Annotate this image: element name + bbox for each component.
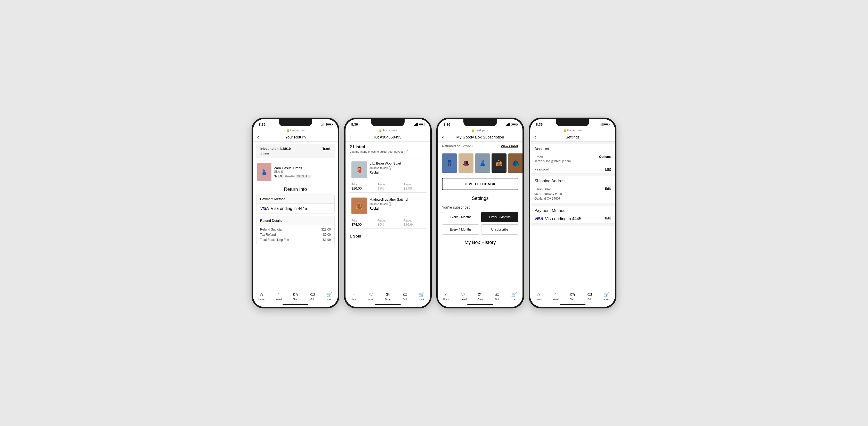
- feedback-button[interactable]: GIVE FEEDBACK: [442, 178, 518, 190]
- payment-method-content: VISA Visa ending in 4445: [256, 204, 334, 214]
- time-2: 8:36: [351, 123, 358, 126]
- every-4-months-btn[interactable]: Every 4 Months: [442, 224, 479, 235]
- url-bar-3: 🔒 thredup.com: [438, 128, 523, 133]
- nav-home-2[interactable]: ⌂Home: [345, 292, 363, 301]
- reclaim-link-1[interactable]: Reclaim: [370, 171, 401, 174]
- nav-sell-2[interactable]: 🏷Sell: [396, 292, 413, 301]
- bottom-nav-4: ⌂Home ♡Saved 🛍Shop 🏷Sell 🛒Cart: [530, 290, 615, 302]
- nav-home-3[interactable]: ⌂Home: [438, 292, 455, 301]
- info-icon-kit: ?: [405, 150, 408, 154]
- tax-refund-label: Tax Refund: [260, 233, 276, 236]
- subscription-grid: Every 2 Months Every 3 Months Every 4 Mo…: [438, 212, 523, 237]
- nav-shop-2[interactable]: 🛍Shop: [379, 292, 396, 301]
- nav-sell-3[interactable]: 🏷Sell: [489, 292, 506, 301]
- payment-method-label: Payment Method: [256, 194, 334, 204]
- nav-saved-3[interactable]: ♡Saved: [455, 292, 472, 301]
- signal-icon-4: [599, 123, 602, 126]
- account-section-label: Account: [530, 144, 615, 153]
- view-order-link[interactable]: View Order: [501, 144, 518, 148]
- nav-header-2: ‹ Kit #304659493: [345, 133, 430, 141]
- page-title-1: Your Return: [285, 135, 306, 139]
- signal-icon-1: [321, 123, 326, 126]
- nav-cart-4[interactable]: 🛒Cart: [598, 292, 615, 301]
- nav-shop-3[interactable]: 🛍Shop: [472, 292, 489, 301]
- home-indicator-2: [345, 302, 430, 307]
- bottom-nav-3: ⌂Home ♡Saved 🛍Shop 🏷Sell 🛒Cart: [438, 290, 523, 302]
- password-edit-link[interactable]: Edit: [605, 167, 611, 171]
- nav-sell-1[interactable]: 🏷Sell: [304, 292, 321, 301]
- listed-item-2-name: Madewell Leather Satchel: [370, 198, 408, 201]
- back-button-3[interactable]: ‹: [442, 134, 444, 140]
- listed-sub: Edit the listing prices to adjust your p…: [350, 150, 426, 154]
- settings-title-goody: Settings: [438, 193, 523, 203]
- payment-method-block: Payment Method VISA Visa ending in 4445: [256, 194, 335, 214]
- item-size-1: Size S: [274, 170, 334, 173]
- unsubscribe-btn[interactable]: Unsubscribe: [481, 224, 518, 235]
- status-icons-3: [506, 123, 517, 126]
- nav-home-1[interactable]: ⌂Home: [253, 292, 270, 301]
- nav-home-4[interactable]: ⌂Home: [530, 292, 547, 301]
- visa-row-1: VISA Visa ending in 4445: [260, 206, 331, 211]
- item-row-1: 👗 Zara Casual Dress Size S $23.00 $25.99…: [253, 160, 338, 184]
- nav-header-3: ‹ My Goody Box Subscription: [438, 133, 523, 141]
- days-to-sell-1: 38 days to sell ?: [370, 166, 401, 170]
- listed-count: 2 Listed: [350, 145, 426, 149]
- goody-img-coat: 🧥: [508, 154, 523, 173]
- price-cell-1: Price $16.00: [349, 181, 375, 192]
- goody-img-dress: 👗: [475, 154, 490, 173]
- nav-shop-4[interactable]: 🛍Shop: [564, 292, 581, 301]
- url-bar-1: 🔒 thredup.com: [253, 128, 338, 133]
- nav-sell-4[interactable]: 🏷Sell: [581, 292, 598, 301]
- nav-shop-1[interactable]: 🛍Shop: [287, 292, 304, 301]
- every-3-months-btn[interactable]: Every 3 Months: [481, 212, 518, 222]
- tax-refund-row: Tax Refund $0.00: [256, 232, 334, 237]
- signal-icon-2: [414, 123, 418, 126]
- pricing-row-1: Price $16.00 Payout 13% Payout $2.08: [349, 181, 427, 192]
- email-row: Email sarah.olson@thredup.com Options: [530, 153, 615, 165]
- track-link[interactable]: Track: [322, 147, 331, 151]
- listed-item-1-name: L.L. Bean Wool Scarf: [370, 161, 401, 165]
- screen-content-4: Account Email sarah.olson@thredup.com Op…: [530, 141, 615, 290]
- back-button-1[interactable]: ‹: [257, 134, 259, 140]
- phone-4: 8:36 🔒 thredup.com ‹ Settings Account Em…: [529, 118, 616, 308]
- nav-cart-1[interactable]: 🛒Cart: [321, 292, 338, 301]
- email-label: Email: [534, 155, 571, 159]
- url-bar-4: 🔒 thredup.com: [530, 128, 615, 133]
- notch-4: [556, 119, 589, 126]
- item-image-1: 👗: [257, 163, 272, 181]
- shipping-row: Sarah Olson 969 Broadway #200 Oakland CA…: [530, 185, 615, 203]
- password-label: Password: [534, 167, 549, 171]
- listed-img-1: 🧣: [351, 161, 367, 178]
- kit-header: 2 Listed Edit the listing prices to adju…: [345, 141, 430, 157]
- bottom-nav-2: ⌂Home ♡Saved 🛍Shop 🏷Sell 🛒Cart: [345, 290, 430, 302]
- nav-saved-1[interactable]: ♡Saved: [270, 292, 287, 301]
- nav-saved-2[interactable]: ♡Saved: [363, 292, 379, 301]
- back-button-2[interactable]: ‹: [350, 134, 351, 140]
- payment-row: VISA Visa ending in 4445 Edit: [530, 215, 615, 224]
- listed-item-1-header: 🧣 L.L. Bean Wool Scarf 38 days to sell ?…: [349, 159, 427, 181]
- shipping-address: 969 Broadway #200: [534, 192, 562, 196]
- phone-1: 8:36 🔒 thredup.com ‹ Your Return Inbound…: [252, 118, 339, 308]
- email-value: sarah.olson@thredup.com: [534, 159, 571, 163]
- shipping-name: Sarah Olson: [534, 187, 562, 192]
- page-title-3: My Goody Box Subscription: [456, 135, 504, 139]
- password-row: Password Edit: [530, 165, 615, 173]
- box-history-title: My Box History: [438, 237, 523, 247]
- shipping-edit-link[interactable]: Edit: [605, 187, 611, 191]
- nav-saved-4[interactable]: ♡Saved: [547, 292, 564, 301]
- listed-item-2-info: Madewell Leather Satchel 38 days to sell…: [370, 198, 408, 210]
- shipping-city: Oakland CA 94607: [534, 196, 562, 201]
- nav-cart-2[interactable]: 🛒Cart: [413, 292, 430, 301]
- item-count: 1 item: [260, 152, 331, 155]
- settings-spacer-2: [530, 203, 615, 206]
- email-options-link[interactable]: Options: [599, 155, 611, 159]
- shipping-section-label: Shipping Address: [530, 176, 615, 185]
- payment-edit-link[interactable]: Edit: [605, 217, 611, 220]
- info-icon-1: ?: [389, 166, 392, 170]
- visa-text-1: Visa ending in 4445: [271, 206, 307, 211]
- every-2-months-btn[interactable]: Every 2 Months: [442, 212, 479, 222]
- reclaim-link-2[interactable]: Reclaim: [370, 207, 408, 210]
- notch-2: [371, 119, 405, 126]
- back-button-4[interactable]: ‹: [534, 134, 536, 140]
- nav-cart-3[interactable]: 🛒Cart: [505, 292, 523, 301]
